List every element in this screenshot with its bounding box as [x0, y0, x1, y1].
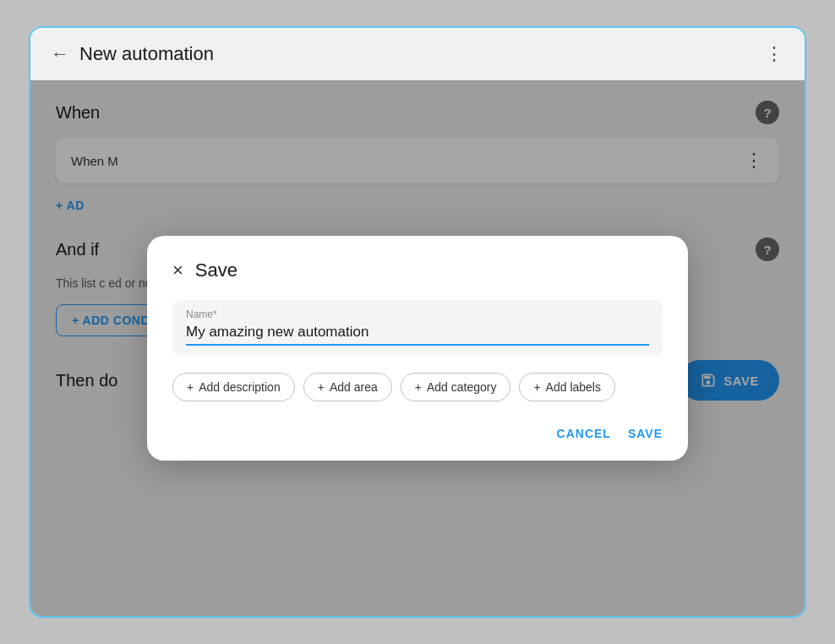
name-field-wrapper: Name* [172, 300, 663, 356]
name-input[interactable] [186, 324, 649, 346]
add-labels-label: Add labels [546, 380, 601, 394]
add-labels-button[interactable]: + Add labels [519, 373, 615, 401]
cancel-button[interactable]: CANCEL [557, 427, 611, 440]
dialog-footer: CANCEL SAVE [172, 427, 663, 440]
add-category-icon: + [415, 380, 422, 394]
dialog-header: × Save [172, 259, 663, 281]
dialog-save-button[interactable]: SAVE [628, 427, 663, 440]
add-area-icon: + [318, 380, 325, 394]
app-window: ← New automation ⋮ When ? When M ⋮ + AD … [29, 26, 806, 618]
page-title: New automation [79, 43, 755, 65]
add-category-label: Add category [427, 380, 497, 394]
add-area-label: Add area [330, 380, 378, 394]
chip-row: + Add description + Add area + Add categ… [172, 373, 663, 401]
modal-overlay: × Save Name* + Add description + [30, 80, 805, 616]
dialog-title: Save [195, 259, 237, 281]
more-dots-icon: ⋮ [765, 43, 784, 65]
header: ← New automation ⋮ [30, 28, 805, 80]
add-description-label: Add description [199, 380, 281, 394]
add-description-button[interactable]: + Add description [172, 373, 295, 401]
main-content: When ? When M ⋮ + AD And if ? This list … [30, 80, 805, 616]
back-button[interactable]: ← [51, 43, 69, 65]
save-dialog: × Save Name* + Add description + [147, 236, 688, 461]
add-area-button[interactable]: + Add area [303, 373, 392, 401]
more-menu-button[interactable]: ⋮ [765, 43, 784, 65]
add-description-icon: + [187, 380, 194, 394]
dialog-close-button[interactable]: × [172, 259, 183, 281]
add-category-button[interactable]: + Add category [401, 373, 511, 401]
name-label: Name* [186, 308, 649, 320]
add-labels-icon: + [533, 380, 540, 394]
